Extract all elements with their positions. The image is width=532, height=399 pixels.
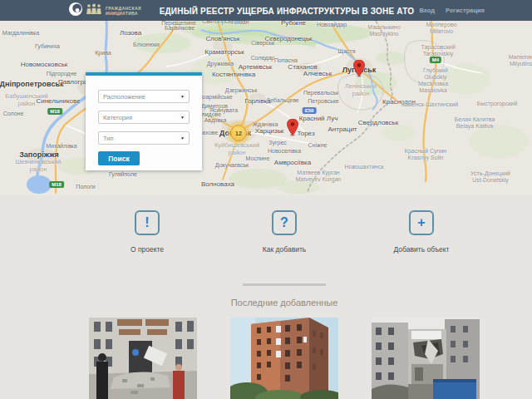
page: ГРАЖДАНСКАЯ ИНИЦИАТИВА ЕДИНЫЙ РЕЕСТР УЩЕ… <box>0 0 532 399</box>
marker-cluster-donetsk[interactable]: 12 <box>230 125 247 141</box>
road-number-badge: М4 <box>430 57 441 63</box>
recent-photo-damaged-apartment-entrance[interactable] <box>89 318 197 399</box>
logo-circle-icon <box>68 2 83 20</box>
search-button[interactable]: Поиск <box>98 151 140 165</box>
cluster-count: 12 <box>235 131 242 136</box>
location-select-value: Расположение <box>103 93 145 101</box>
register-link[interactable]: Регистрация <box>446 7 485 14</box>
lower-section: ! О проекте ? Как добавить + <box>0 195 532 399</box>
road-number-badge: М18 <box>49 181 64 188</box>
feature-icon-box: + <box>409 210 434 235</box>
map-pin-east-donetsk[interactable] <box>287 119 298 140</box>
header-nav: Вход Регистрация <box>420 0 485 21</box>
people-group-icon <box>86 3 102 18</box>
feature-links: ! О проекте ? Как добавить + <box>18 195 532 254</box>
chevron-down-icon: ▼ <box>180 94 185 99</box>
page-title: ЕДИНЫЙ РЕЕСТР УЩЕРБА ИНФРАСТРУКТУРЫ В ЗО… <box>160 6 415 15</box>
feature-icon-box: ! <box>135 210 160 235</box>
map-filter-panel: Расположение ▼ Категория ▼ Тип ▼ Поиск <box>86 72 202 170</box>
location-select[interactable]: Расположение ▼ <box>98 90 190 103</box>
section-divider <box>243 283 326 286</box>
login-link[interactable]: Вход <box>420 7 436 14</box>
recent-heading: Последние добавленные <box>18 298 532 308</box>
road-number-badge: М18 <box>47 108 62 115</box>
feature-label: Добавить объект <box>394 245 450 254</box>
feature-icon: + <box>417 216 425 229</box>
header: ГРАЖДАНСКАЯ ИНИЦИАТИВА ЕДИНЫЙ РЕЕСТР УЩЕ… <box>0 0 532 21</box>
chevron-down-icon: ▼ <box>180 115 185 120</box>
map-canvas[interactable]: Магдалинівка Губиниха Новомосковськ Дніп… <box>0 21 532 195</box>
feature-item[interactable]: ! О проекте <box>104 210 191 254</box>
recent-photo-brick-apartment-block[interactable] <box>230 318 338 399</box>
type-select-value: Тип <box>103 135 114 142</box>
feature-icon: ? <box>280 216 288 229</box>
brand-name: ГРАЖДАНСКАЯ ИНИЦИАТИВА <box>106 6 141 16</box>
road-number-badge: E50 <box>303 107 317 114</box>
brand-logo[interactable]: ГРАЖДАНСКАЯ ИНИЦИАТИВА <box>68 0 141 21</box>
map-terrain-graphics <box>0 21 532 195</box>
feature-icon: ! <box>145 216 149 229</box>
type-select[interactable]: Тип ▼ <box>98 131 190 145</box>
map-pin-luhansk[interactable] <box>353 60 365 81</box>
chevron-down-icon: ▼ <box>180 135 185 140</box>
feature-item[interactable]: + Добавить объект <box>378 210 466 254</box>
feature-label: О проекте <box>131 245 164 254</box>
category-select-value: Категория <box>103 114 132 121</box>
feature-item[interactable]: ? Как добавить <box>241 210 328 254</box>
feature-label: Как добавить <box>263 245 306 254</box>
feature-icon-box: ? <box>272 210 297 235</box>
recent-photos <box>18 318 532 399</box>
category-select[interactable]: Категория ▼ <box>98 111 190 124</box>
recent-photo-destroyed-panel-building[interactable] <box>372 318 480 399</box>
